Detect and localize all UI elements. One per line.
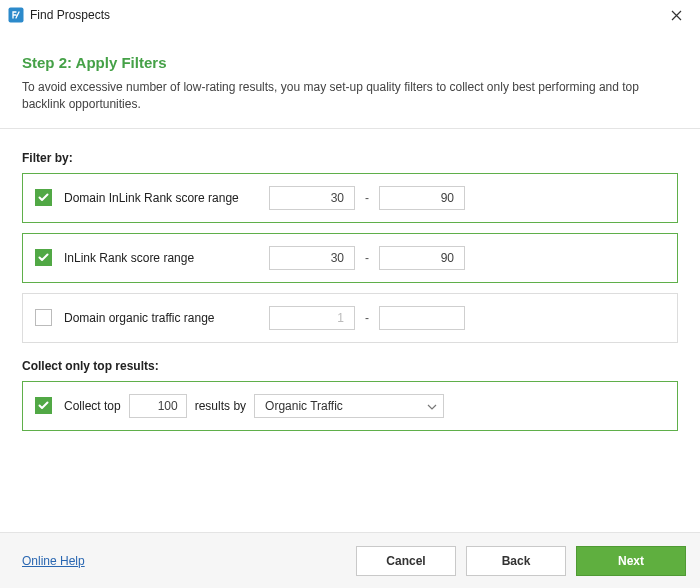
range-to-input[interactable] [379,306,465,330]
filter-label: Domain InLink Rank score range [64,191,269,205]
collect-count-input[interactable] [129,394,187,418]
close-button[interactable] [660,0,692,30]
dialog-window: Find Prospects Step 2: Apply Filters To … [0,0,700,588]
checkbox-collect-top[interactable] [35,397,52,414]
dropdown-value: Organic Traffic [265,399,343,413]
range-from-input[interactable] [269,246,355,270]
close-icon [671,10,682,21]
collect-middle: results by [195,399,246,413]
filter-label: InLink Rank score range [64,251,269,265]
step-description: To avoid excessive number of low-rating … [22,79,678,114]
range-to-input[interactable] [379,246,465,270]
collect-top-label: Collect only top results: [22,359,678,373]
titlebar: Find Prospects [0,0,700,30]
checkbox-inlink[interactable] [35,249,52,266]
range-dash: - [365,251,369,265]
range-from-input[interactable] [269,306,355,330]
cancel-button[interactable]: Cancel [356,546,456,576]
collect-prefix: Collect top [64,399,121,413]
range-to-input[interactable] [379,186,465,210]
window-title: Find Prospects [30,8,660,22]
header-section: Step 2: Apply Filters To avoid excessive… [0,30,700,129]
range-from-input[interactable] [269,186,355,210]
check-icon [38,401,49,410]
range-dash: - [365,191,369,205]
body-section: Filter by: Domain InLink Rank score rang… [0,129,700,532]
filter-row-inlink: InLink Rank score range - [22,233,678,283]
checkbox-organic-traffic[interactable] [35,309,52,326]
footer: Online Help Cancel Back Next [0,532,700,588]
filter-row-domain-inlink: Domain InLink Rank score range - [22,173,678,223]
filter-by-label: Filter by: [22,151,678,165]
filter-row-organic-traffic: Domain organic traffic range - [22,293,678,343]
next-button[interactable]: Next [576,546,686,576]
online-help-link[interactable]: Online Help [22,554,85,568]
range-dash: - [365,311,369,325]
check-icon [38,253,49,262]
filter-label: Domain organic traffic range [64,311,269,325]
check-icon [38,193,49,202]
back-button[interactable]: Back [466,546,566,576]
step-title: Step 2: Apply Filters [22,54,678,71]
results-by-dropdown[interactable]: Organic Traffic [254,394,444,418]
collect-row: Collect top results by Organic Traffic [22,381,678,431]
app-icon [8,7,24,23]
chevron-down-icon [427,399,437,413]
checkbox-domain-inlink[interactable] [35,189,52,206]
